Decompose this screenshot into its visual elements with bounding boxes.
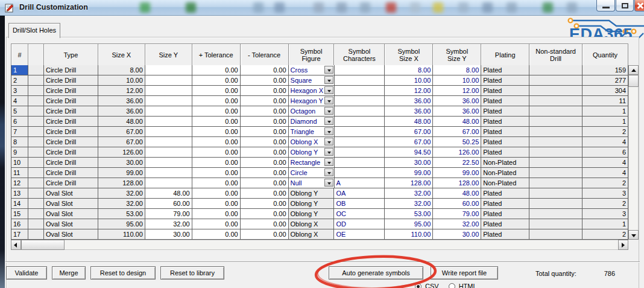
cell[interactable]: 6 <box>582 147 628 158</box>
cell[interactable]: 0.00 <box>241 117 289 127</box>
cell[interactable]: 15 <box>11 209 28 219</box>
cell[interactable]: Oblong Y <box>289 147 335 158</box>
cell[interactable]: 32.00 <box>385 188 433 199</box>
cell[interactable]: 277 <box>582 75 628 86</box>
cell[interactable]: Triangle <box>289 127 335 137</box>
cell[interactable] <box>335 127 385 137</box>
cell[interactable] <box>145 96 192 106</box>
cell[interactable]: 128.00 <box>433 178 481 188</box>
cell[interactable]: Oblong X <box>289 137 335 147</box>
cell[interactable]: 0.00 <box>192 188 241 199</box>
cell[interactable] <box>335 158 385 168</box>
scroll-up-button[interactable] <box>628 65 639 75</box>
cell[interactable]: 94.50 <box>385 147 433 158</box>
cell[interactable]: OB <box>334 199 385 209</box>
cell[interactable]: 0.00 <box>192 106 241 117</box>
cell[interactable]: Oval Slot <box>44 219 98 229</box>
cell[interactable] <box>145 127 192 137</box>
cell[interactable]: 53.00 <box>98 209 145 219</box>
cell[interactable]: Plated <box>481 188 529 199</box>
close-button[interactable] <box>634 0 644 11</box>
cell[interactable]: 99.00 <box>385 168 433 178</box>
cell[interactable]: 48.00 <box>145 188 192 199</box>
cell[interactable]: 67.00 <box>98 127 145 137</box>
cell[interactable]: 67.00 <box>98 137 145 147</box>
cell[interactable]: 0.00 <box>192 96 241 106</box>
cell[interactable]: 79.00 <box>433 209 481 219</box>
cell[interactable] <box>145 168 192 178</box>
cell[interactable]: Oblong X <box>289 219 335 229</box>
cell[interactable]: 1 <box>11 65 28 75</box>
cell[interactable] <box>529 158 582 168</box>
cell[interactable]: 0.00 <box>192 127 241 137</box>
cell[interactable]: Plated <box>481 137 529 147</box>
cell[interactable]: 3 <box>582 209 628 219</box>
cell[interactable]: 2 <box>582 229 628 240</box>
cell[interactable]: 2 <box>582 127 628 137</box>
cell[interactable]: Plated <box>481 229 529 240</box>
column-header[interactable]: Symbol Size X <box>385 44 433 66</box>
cell[interactable] <box>28 199 44 209</box>
cell[interactable] <box>335 75 385 86</box>
column-header[interactable]: - Tolerance <box>241 44 289 66</box>
cell[interactable]: 126.00 <box>98 147 145 158</box>
cell[interactable]: 0.00 <box>241 106 289 117</box>
cell[interactable]: 0.00 <box>192 178 241 188</box>
cell[interactable]: Circle Drill <box>44 106 98 117</box>
maximize-button[interactable] <box>616 0 634 11</box>
dropdown-button[interactable] <box>324 76 333 84</box>
cell[interactable]: 16 <box>11 219 28 229</box>
cell[interactable]: Circle Drill <box>44 178 98 188</box>
cell[interactable]: 36.00 <box>385 106 433 117</box>
cell[interactable]: 30.00 <box>433 229 481 240</box>
cell[interactable]: 2 <box>582 178 628 188</box>
cell[interactable]: Plated <box>481 219 529 229</box>
horizontal-scrollbar[interactable] <box>11 240 628 250</box>
cell[interactable]: 36.00 <box>98 96 145 106</box>
cell[interactable] <box>335 96 385 106</box>
cell[interactable] <box>28 106 44 117</box>
cell[interactable]: 0.00 <box>241 229 289 240</box>
cell[interactable]: 4 <box>11 96 28 106</box>
cell[interactable] <box>529 86 582 96</box>
tab-drill-slot-holes[interactable]: Drill/Slot Holes <box>8 23 60 38</box>
scroll-down-button[interactable] <box>628 230 639 240</box>
cell[interactable]: 1 <box>582 106 628 117</box>
cell[interactable]: Non-Plated <box>481 158 529 168</box>
cell[interactable]: Plated <box>481 96 529 106</box>
column-header[interactable]: Symbol Characters <box>334 44 385 66</box>
cell[interactable]: Oblong Y <box>289 199 335 209</box>
cell[interactable]: 0.00 <box>241 86 289 96</box>
cell[interactable]: 0.00 <box>192 158 241 168</box>
cell[interactable]: Oblong Y <box>289 209 335 219</box>
cell[interactable] <box>529 127 582 137</box>
cell[interactable]: Plated <box>481 65 529 75</box>
cell[interactable] <box>529 178 582 188</box>
cell[interactable]: Circle Drill <box>44 127 98 137</box>
cell[interactable]: 13 <box>11 188 28 199</box>
cell[interactable]: Cross <box>289 65 335 75</box>
cell[interactable] <box>28 65 44 75</box>
cell[interactable]: 95.00 <box>98 219 145 229</box>
cell[interactable]: 0.00 <box>192 147 241 158</box>
cell[interactable]: 12.00 <box>385 86 433 96</box>
cell[interactable]: 12.00 <box>433 86 481 96</box>
dropdown-button[interactable] <box>324 179 333 187</box>
cell[interactable]: 0.00 <box>192 117 241 127</box>
cell[interactable]: 48.00 <box>98 117 145 127</box>
cell[interactable]: 0.00 <box>192 86 241 96</box>
cell[interactable]: 3 <box>582 188 628 199</box>
cell[interactable]: 110.00 <box>98 229 145 240</box>
vertical-scroll-thumb[interactable] <box>628 75 639 87</box>
cell[interactable]: Circle Drill <box>44 117 98 127</box>
cell[interactable]: 2 <box>11 75 28 86</box>
cell[interactable]: 36.00 <box>433 106 481 117</box>
cell[interactable]: Oblong X <box>289 229 335 240</box>
cell[interactable] <box>145 158 192 168</box>
cell[interactable]: Square <box>289 75 335 86</box>
column-header[interactable]: # <box>11 44 28 66</box>
cell[interactable]: 0.00 <box>241 65 289 75</box>
cell[interactable]: 0.00 <box>241 188 289 199</box>
cell[interactable]: 11 <box>582 96 628 106</box>
cell[interactable]: 10.00 <box>433 75 481 86</box>
